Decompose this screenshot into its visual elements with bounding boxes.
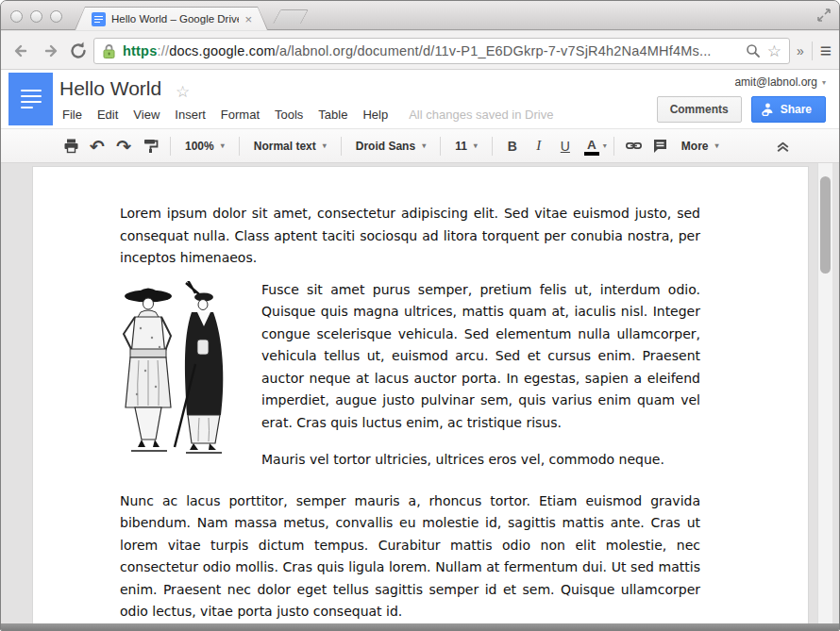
url-domain: docs.google.com [169, 43, 276, 58]
zoom-magnifier-icon[interactable] [746, 43, 761, 58]
new-tab-button[interactable] [273, 9, 309, 24]
menubar: File Edit View Insert Format Tools Table… [55, 105, 553, 125]
docs-home-icon[interactable] [8, 73, 53, 125]
zoom-select[interactable]: 100% ▾ [177, 135, 232, 158]
url-scheme: https [123, 43, 157, 58]
minimize-window-button[interactable] [30, 10, 42, 23]
chrome-menu-icon[interactable]: ≡ [820, 41, 832, 60]
titlebar: Hello World – Google Drive × [1, 1, 839, 30]
scrollbar-thumb[interactable] [820, 176, 831, 274]
zoom-window-button[interactable] [50, 10, 62, 23]
star-document-icon[interactable]: ☆ [176, 82, 190, 102]
underline-button[interactable]: U [554, 135, 577, 158]
more-menu[interactable]: More ▾ [674, 135, 727, 158]
menu-file[interactable]: File [55, 105, 90, 125]
chevron-down-icon: ▾ [474, 141, 478, 150]
chevron-down-icon[interactable]: ▾ [603, 141, 607, 150]
text-color-swatch [584, 152, 599, 156]
browser-tab[interactable]: Hello World – Google Drive × [75, 7, 268, 30]
bold-button[interactable]: B [501, 135, 524, 158]
chevron-down-icon: ▾ [323, 141, 327, 150]
menu-help[interactable]: Help [355, 105, 395, 125]
menu-insert[interactable]: Insert [167, 105, 213, 125]
undo-icon[interactable]: ↶ [86, 135, 109, 158]
fullscreen-icon[interactable] [816, 8, 832, 23]
paragraph[interactable]: Lorem ipsum dolor sit amet, consectetur … [120, 203, 700, 270]
menu-table[interactable]: Table [311, 105, 355, 125]
navbar-right: » ≡ [797, 41, 832, 60]
back-button[interactable] [10, 40, 33, 62]
chevron-down-icon: ▾ [422, 141, 426, 150]
browser-navbar: https://docs.google.com/a/labnol.org/doc… [1, 31, 839, 70]
paragraph-style-select[interactable]: Normal text ▾ [246, 135, 334, 158]
url-text: https://docs.google.com/a/labnol.org/doc… [123, 43, 739, 58]
document-title[interactable]: Hello World [59, 77, 161, 100]
comments-button[interactable]: Comments [657, 96, 742, 123]
redo-icon[interactable]: ↷ [112, 135, 135, 158]
https-lock-icon [102, 43, 116, 59]
address-bar[interactable]: https://docs.google.com/a/labnol.org/doc… [93, 38, 790, 64]
text-color-button[interactable]: A [580, 135, 603, 158]
insert-link-icon[interactable] [623, 135, 646, 158]
document-page[interactable]: Lorem ipsum dolor sit amet, consectetur … [32, 166, 809, 623]
font-size-select[interactable]: 11 ▾ [447, 135, 485, 158]
account-email: amit@labnol.org [734, 75, 817, 89]
url-path: /a/labnol.org/document/d/11v-P1_E6DGkrp-… [276, 43, 712, 58]
tab-title: Hello World – Google Drive [111, 13, 239, 25]
window-frame-bottom [1, 623, 839, 630]
menu-edit[interactable]: Edit [90, 105, 126, 125]
chevron-down-icon: ▾ [221, 141, 225, 150]
browser-window: Hello World – Google Drive × https://doc… [0, 0, 840, 631]
url-separator: :// [157, 43, 169, 58]
italic-button[interactable]: I [528, 135, 550, 158]
share-person-lock-icon [762, 103, 774, 116]
forward-button[interactable] [39, 40, 61, 62]
share-button[interactable]: Share [751, 96, 826, 123]
document-canvas: Lorem ipsum dolor sit amet, consectetur … [1, 163, 839, 623]
chevron-down-icon: ▾ [822, 78, 826, 87]
navbar-divider [812, 42, 813, 60]
docs-toolbar: ↶ ↷ 100% ▾ Normal text ▾ Droid Sans ▾ 11… [1, 128, 839, 163]
print-icon[interactable] [59, 135, 82, 158]
font-family-select[interactable]: Droid Sans ▾ [348, 135, 433, 158]
bookmark-star-icon[interactable]: ☆ [767, 43, 781, 59]
close-window-button[interactable] [10, 10, 23, 23]
account-menu[interactable]: amit@labnol.org ▾ [734, 75, 826, 89]
paint-format-icon[interactable] [139, 135, 161, 158]
menu-view[interactable]: View [126, 105, 167, 125]
tab-close-icon[interactable]: × [244, 13, 252, 25]
menu-tools[interactable]: Tools [267, 105, 311, 125]
save-status: All changes saved in Drive [409, 108, 553, 122]
window-controls [10, 10, 62, 23]
paragraph[interactable]: Nunc ac lacus porttitor, semper mauris a… [120, 490, 700, 623]
vertical-scrollbar[interactable] [817, 163, 832, 623]
reload-button[interactable] [67, 40, 90, 62]
docs-header: Hello World ☆ File Edit View Insert Form… [1, 70, 839, 128]
extensions-overflow-icon[interactable]: » [797, 43, 804, 58]
collapse-toolbar-icon[interactable] [771, 135, 794, 158]
chevron-down-icon: ▾ [715, 141, 719, 150]
docs-favicon-icon [92, 12, 106, 26]
inline-image-fashion-illustration[interactable] [112, 281, 239, 460]
share-label: Share [781, 103, 812, 116]
insert-comment-icon[interactable] [649, 135, 672, 158]
menu-format[interactable]: Format [213, 105, 267, 125]
